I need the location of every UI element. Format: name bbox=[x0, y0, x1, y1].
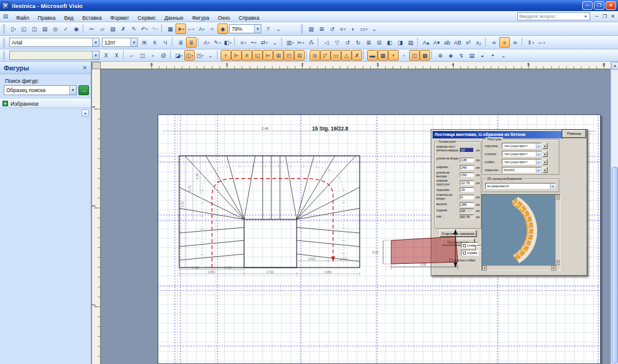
save[interactable]: ◫ bbox=[29, 23, 40, 34]
shape-style[interactable]: ▭ bbox=[358, 23, 369, 34]
spelling[interactable]: ✓ bbox=[61, 23, 71, 34]
chevron-down-icon[interactable]: ▼ bbox=[92, 38, 99, 46]
toolbar-options[interactable]: ⌄ bbox=[273, 23, 284, 34]
scroll-down-icon[interactable]: ▼ bbox=[555, 260, 560, 265]
ersatz-combobox[interactable]: не разрезается ▼ bbox=[485, 183, 556, 189]
increase-paragraph-spacing[interactable]: ⇕ bbox=[525, 37, 536, 48]
chevron-down-icon[interactable]: ▼ bbox=[69, 86, 76, 95]
ungroup[interactable]: ⊟ bbox=[374, 37, 384, 48]
group[interactable]: ⊞ bbox=[363, 37, 374, 48]
menu-item[interactable]: Окно bbox=[214, 14, 235, 22]
chevron-down-icon[interactable]: ▼ bbox=[92, 51, 99, 59]
chevron-down-icon[interactable]: ▼ bbox=[536, 151, 541, 156]
staircase-outline[interactable] bbox=[179, 156, 360, 268]
paste[interactable]: ▨ bbox=[108, 23, 118, 34]
italic[interactable]: К bbox=[150, 37, 160, 48]
freeform-tool[interactable]: ≈ bbox=[207, 23, 218, 34]
restore-button[interactable]: ❒ bbox=[594, 1, 604, 10]
doc-minimize-button[interactable]: ─ bbox=[593, 12, 601, 20]
chevron-down-icon[interactable]: ▼ bbox=[583, 15, 588, 19]
snap-settings[interactable]: ⊟ bbox=[294, 50, 305, 61]
decrease-font-size[interactable]: A▾ bbox=[431, 37, 442, 48]
close-button[interactable]: ✕ bbox=[606, 1, 616, 10]
undo[interactable]: ↶ bbox=[139, 23, 150, 34]
toolbar-button[interactable] bbox=[234, 37, 237, 46]
pan-zoom-window[interactable]: △ bbox=[341, 50, 352, 61]
rotate-right[interactable]: ↻ bbox=[353, 37, 363, 48]
stair-profile-shape[interactable]: -6,26 -0,90 bbox=[371, 227, 494, 272]
layout-shapes[interactable]: Ⅹ bbox=[101, 50, 111, 61]
toolbar-button[interactable] bbox=[170, 50, 172, 59]
menu-item[interactable]: Правка bbox=[33, 14, 60, 22]
align-left[interactable]: ≣ bbox=[176, 37, 186, 48]
preview-vscrollbar[interactable]: ▲ ▼ bbox=[555, 195, 560, 270]
field-input[interactable]: 240 bbox=[460, 165, 474, 170]
texture-browse-button[interactable]: ▸ bbox=[543, 167, 548, 173]
increase-font-size[interactable]: A▴ bbox=[421, 37, 431, 48]
text-tool[interactable]: A bbox=[197, 23, 207, 34]
toolbar-button[interactable] bbox=[161, 23, 164, 33]
field-input[interactable]: 285 bbox=[460, 202, 474, 207]
page-setup[interactable]: ◫ bbox=[137, 50, 148, 61]
rotate-tool[interactable]: ↺ bbox=[327, 23, 337, 34]
toolbar-grip[interactable] bbox=[3, 24, 6, 34]
properties[interactable]: ▤ bbox=[405, 37, 416, 48]
menu-item[interactable]: Файл bbox=[12, 14, 33, 22]
profile-polygon[interactable] bbox=[391, 237, 458, 264]
line-color[interactable]: ✎ bbox=[212, 37, 222, 48]
drawing-explorer[interactable]: ◸ bbox=[320, 50, 331, 61]
chevron-down-icon[interactable]: ▼ bbox=[536, 167, 541, 172]
guides-toggle[interactable]: + bbox=[388, 50, 399, 61]
fill-color[interactable]: ◧ bbox=[222, 37, 233, 48]
toolbar-button[interactable] bbox=[83, 23, 85, 33]
external-data[interactable]: ◓ bbox=[488, 50, 498, 61]
font-size-combobox[interactable]: 12пт ▼ bbox=[102, 38, 138, 47]
theme[interactable]: ◪ bbox=[174, 50, 184, 61]
toolbar-button[interactable] bbox=[172, 37, 174, 46]
dynamic-grid[interactable]: ⊞ bbox=[273, 50, 284, 61]
behavior[interactable]: ↯ bbox=[456, 50, 467, 61]
toolbar-grip[interactable] bbox=[3, 51, 6, 61]
field-input[interactable]: 0 bbox=[460, 195, 474, 200]
open[interactable]: ◱ bbox=[19, 23, 29, 34]
toolbar-grip[interactable] bbox=[301, 24, 304, 34]
field-input[interactable]: 12 bbox=[460, 148, 474, 153]
headers-footers[interactable]: ◳ bbox=[195, 50, 205, 61]
format-painter[interactable]: ✎ bbox=[129, 23, 139, 34]
menu-item[interactable]: Вставка bbox=[78, 14, 106, 22]
snap-to-alignment[interactable]: ◰ bbox=[284, 50, 294, 61]
font-combobox[interactable]: Arial ▼ bbox=[9, 38, 99, 47]
toolbar-grip[interactable] bbox=[3, 38, 6, 48]
print[interactable]: ▤ bbox=[40, 23, 50, 34]
toolbar-button[interactable] bbox=[417, 37, 420, 46]
chevron-down-icon[interactable]: ▼ bbox=[536, 143, 541, 148]
help-button[interactable]: Помощь bbox=[562, 130, 586, 138]
field-input[interactable]: 135 bbox=[460, 158, 474, 163]
insert-link[interactable]: ∘ bbox=[148, 50, 158, 61]
menu-item[interactable]: Справка bbox=[234, 14, 263, 22]
toolbar-button[interactable] bbox=[217, 50, 219, 59]
decrease-paragraph-spacing[interactable]: ⇔ bbox=[536, 37, 546, 48]
scroll-up-icon[interactable]: ▲ bbox=[82, 109, 89, 117]
rotate-left[interactable]: ↺ bbox=[342, 37, 353, 48]
field-input[interactable]: 150 bbox=[460, 172, 474, 177]
scroll-up-icon[interactable]: ▲ bbox=[611, 62, 618, 70]
minimize-button[interactable]: ─ bbox=[582, 1, 593, 10]
lowercase[interactable]: ab bbox=[442, 37, 452, 48]
toolbar-options[interactable]: ⌄ bbox=[205, 50, 216, 61]
field-input[interactable]: 22.75 bbox=[460, 180, 474, 185]
format-shape[interactable]: ◈ bbox=[446, 50, 456, 61]
insert-hyperlink[interactable]: @ bbox=[158, 50, 169, 61]
font-color[interactable]: A bbox=[201, 37, 212, 48]
line-pattern[interactable]: ┅ bbox=[248, 37, 259, 48]
field-input[interactable]: 19 bbox=[460, 208, 474, 213]
scroll-right-icon[interactable]: ► bbox=[551, 266, 556, 271]
favorites-section[interactable]: Избранное bbox=[0, 99, 91, 108]
toolbar-options[interactable]: ⌄ bbox=[269, 37, 280, 48]
relayout-page[interactable]: Ⅹ bbox=[111, 50, 122, 61]
chevron-down-icon[interactable]: ▼ bbox=[254, 25, 261, 33]
uppercase[interactable]: AB bbox=[452, 37, 463, 48]
delete[interactable]: ✗ bbox=[118, 23, 129, 34]
chevron-down-icon[interactable]: ▼ bbox=[536, 159, 541, 164]
texture-browse-button[interactable]: ▸ bbox=[543, 143, 548, 149]
